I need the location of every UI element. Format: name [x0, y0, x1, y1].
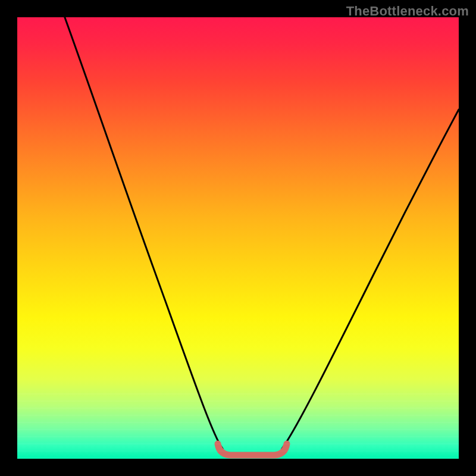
bottleneck-curve	[52, 0, 459, 455]
watermark-text: TheBottleneck.com	[346, 4, 469, 19]
chart-frame: TheBottleneck.com	[0, 0, 476, 476]
curve-layer	[17, 17, 459, 459]
plot-area	[17, 17, 459, 459]
plateau-highlight	[218, 444, 287, 455]
